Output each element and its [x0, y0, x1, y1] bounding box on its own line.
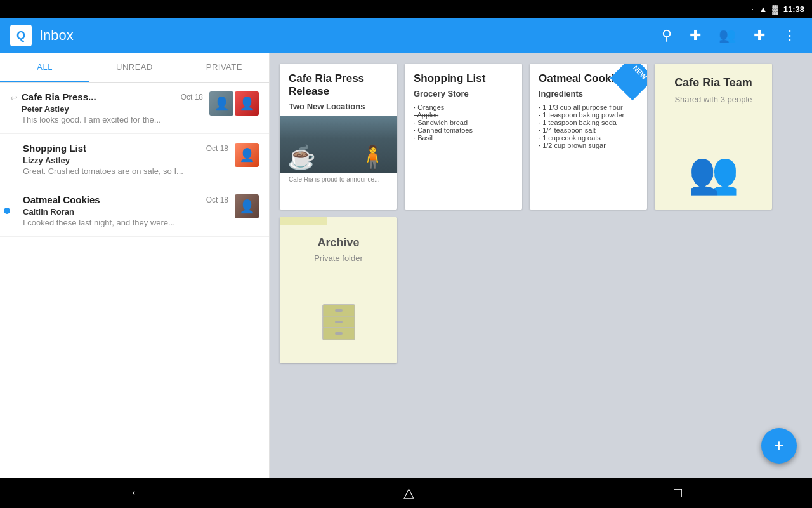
- svg-rect-4: [335, 309, 343, 312]
- archive-subtitle: Private folder: [314, 253, 363, 263]
- avatar-group: 👤 👤: [209, 91, 259, 116]
- note-title: Shopping List: [405, 64, 522, 89]
- header: Q Inbox ⚲ ✚ 👥 ✚ ⋮: [0, 18, 812, 53]
- app-title: Inbox: [39, 27, 649, 44]
- tab-bar: ALL UNREAD PRIVATE: [0, 53, 269, 83]
- status-bar: ⋅ ▲ ▓ 11:38: [0, 0, 812, 18]
- list-item: Sandwich bread: [414, 119, 513, 126]
- message-item[interactable]: Shopping List Oct 18 Lizzy Astley Great.…: [0, 134, 269, 185]
- list-item: Canned tomatoes: [414, 126, 513, 134]
- notes-grid: Cafe Ria Press Release Two New Locations…: [280, 64, 802, 363]
- message-content: Cafe Ria Press... Oct 18 Peter Astley Th…: [22, 91, 203, 124]
- tab-private[interactable]: PRIVATE: [180, 53, 269, 82]
- search-button[interactable]: ⚲: [657, 22, 677, 49]
- compose-button[interactable]: ✚: [684, 22, 706, 49]
- svg-rect-5: [335, 321, 343, 323]
- list-item: Oranges: [414, 104, 513, 111]
- message-preview: I cooked these last night, and they were…: [23, 218, 228, 227]
- archive-folder[interactable]: Archive Private folder: [280, 217, 397, 363]
- avatar-group: 👤: [235, 143, 259, 167]
- message-preview: Great. Crushed tomatoes are on sale, so …: [23, 166, 228, 176]
- note-body: 1 1/3 cup all purpose flour 1 teaspoon b…: [530, 104, 647, 210]
- note-title: Cafe Ria Press Release: [280, 64, 397, 102]
- list-item: 1 cup cooking oats: [539, 134, 638, 142]
- message-item[interactable]: ↩ Cafe Ria Press... Oct 18 Peter Astley …: [0, 83, 269, 134]
- notes-content: Cafe Ria Press Release Two New Locations…: [270, 53, 812, 478]
- message-list: ↩ Cafe Ria Press... Oct 18 Peter Astley …: [0, 83, 269, 478]
- message-content: Shopping List Oct 18 Lizzy Astley Great.…: [23, 143, 228, 176]
- message-content: Oatmeal Cookies Oct 18 Caitlin Roran I c…: [23, 194, 228, 227]
- list-item: Basil: [414, 134, 513, 142]
- sidebar: ALL UNREAD PRIVATE ↩ Cafe Ria Press... O…: [0, 53, 270, 478]
- message-item[interactable]: Oatmeal Cookies Oct 18 Caitlin Roran I c…: [0, 185, 269, 237]
- message-preview: This looks good. I am excited for the...: [22, 115, 203, 124]
- clock: 11:38: [783, 4, 804, 14]
- back-button[interactable]: ←: [115, 479, 159, 506]
- svg-rect-6: [335, 332, 343, 335]
- list-item: 1/4 teaspoon salt: [539, 126, 638, 134]
- message-sender: Caitlin Roran: [23, 207, 228, 217]
- main-content: ALL UNREAD PRIVATE ↩ Cafe Ria Press... O…: [0, 53, 812, 478]
- message-date: Oct 18: [206, 144, 228, 153]
- list-item: 1/2 cup brown sugar: [539, 142, 638, 149]
- home-button[interactable]: △: [388, 479, 429, 506]
- battery-icon: ▓: [772, 4, 778, 14]
- unread-indicator: [4, 208, 10, 214]
- reply-icon: ↩: [10, 93, 18, 103]
- avatar: 👤: [235, 143, 259, 167]
- note-card-team[interactable]: Cafe Ria Team Shared with 3 people 👥: [655, 64, 772, 210]
- app-logo: Q: [10, 25, 32, 46]
- recents-button[interactable]: □: [658, 479, 697, 506]
- note-caption: Cafe Ria is proud to announce...: [280, 173, 397, 188]
- team-card-subtitle: Shared with 3 people: [674, 95, 752, 104]
- team-card-title: Cafe Ria Team: [674, 76, 752, 90]
- note-card-cafe-press[interactable]: Cafe Ria Press Release Two New Locations…: [280, 64, 397, 210]
- avatar: 👤: [235, 91, 259, 116]
- note-card-oatmeal[interactable]: NEW Oatmeal Cookies Ingredients 1 1/3 cu…: [530, 64, 647, 210]
- avatar-group: 👤: [235, 194, 259, 218]
- message-sender: Lizzy Astley: [23, 156, 228, 165]
- cabinet-icon: [320, 302, 358, 351]
- note-body: Oranges Apples Sandwich bread Canned tom…: [405, 104, 522, 210]
- list-item: 1 teaspoon baking powder: [539, 111, 638, 119]
- note-subtitle: Grocery Store: [405, 89, 522, 104]
- bottom-nav: ← △ □: [0, 478, 812, 508]
- team-icon: 👥: [688, 149, 739, 197]
- person-icon: 🧍: [358, 144, 387, 171]
- note-image: 🧍: [280, 116, 397, 173]
- new-note-button[interactable]: ✚: [749, 22, 770, 49]
- message-title: Oatmeal Cookies: [23, 194, 100, 205]
- list-item: Apples: [414, 111, 513, 119]
- message-title: Shopping List: [23, 143, 86, 154]
- message-date: Oct 18: [206, 196, 228, 204]
- archive-title: Archive: [317, 236, 359, 250]
- message-header: Oatmeal Cookies Oct 18: [23, 194, 228, 205]
- list-item: 1 1/3 cup all purpose flour: [539, 104, 638, 111]
- avatar: 👤: [209, 91, 233, 116]
- wifi-icon: ▲: [759, 4, 767, 14]
- message-date: Oct 18: [181, 93, 203, 102]
- fab-button[interactable]: +: [761, 428, 797, 464]
- tab-unread[interactable]: UNREAD: [89, 53, 179, 82]
- note-card-shopping[interactable]: Shopping List Grocery Store Oranges Appl…: [405, 64, 522, 210]
- list-item: 1 teaspoon baking soda: [539, 119, 638, 126]
- message-sender: Peter Astley: [22, 104, 203, 114]
- message-title: Cafe Ria Press...: [22, 91, 96, 102]
- avatar: 👤: [235, 194, 259, 218]
- contacts-button[interactable]: 👥: [714, 22, 741, 49]
- message-header: Shopping List Oct 18: [23, 143, 228, 154]
- more-menu-button[interactable]: ⋮: [778, 22, 802, 49]
- note-subtitle: Two New Locations: [280, 102, 397, 116]
- message-header: Cafe Ria Press... Oct 18: [22, 91, 203, 102]
- bluetooth-icon: ⋅: [751, 4, 754, 14]
- tab-all[interactable]: ALL: [0, 53, 89, 82]
